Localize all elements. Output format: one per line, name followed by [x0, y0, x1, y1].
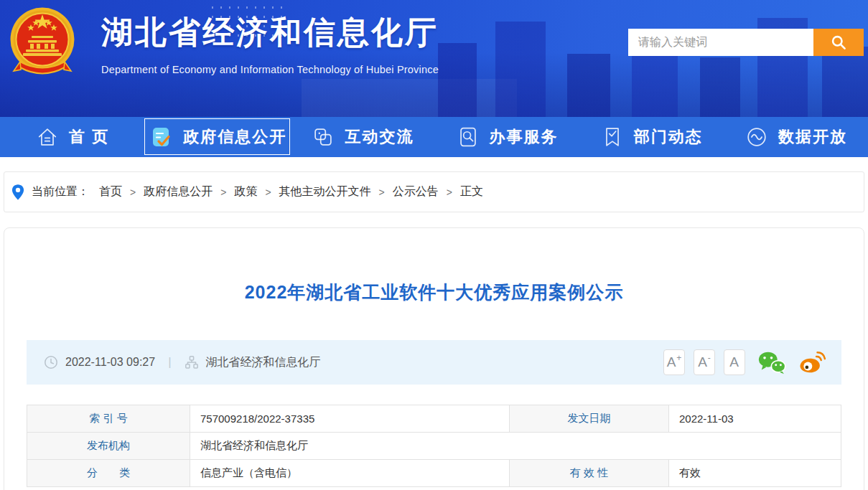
site-header: 湖北省经济和信息化厅 Department of Economy and Inf…	[0, 0, 868, 117]
index-number-label: 索 引 号	[27, 405, 190, 433]
nav-item-label: 办事服务	[490, 126, 559, 148]
breadcrumb-separator: >	[220, 187, 226, 198]
publisher-value: 湖北省经济和信息化厅	[190, 433, 841, 460]
publish-datetime: 2022-11-03 09:27	[65, 356, 155, 369]
breadcrumb-item-announcements[interactable]: 公示公告	[393, 184, 439, 199]
nav-item-gov-info[interactable]: 政府信息公开	[144, 118, 290, 155]
meta-divider: |	[168, 355, 171, 369]
font-reset-button[interactable]: A	[724, 349, 745, 375]
table-row: 分 类 信息产业（含电信） 有 效 性 有效	[27, 460, 841, 487]
document-info-table: 索 引 号 757009218/2022-37335 发文日期 2022-11-…	[27, 405, 841, 487]
nav-item-home[interactable]: 首 页	[0, 117, 144, 157]
font-decrease-button[interactable]: A-	[694, 349, 715, 375]
category-label: 分 类	[27, 460, 190, 487]
search-input[interactable]	[628, 29, 813, 56]
weibo-share-icon[interactable]	[798, 351, 826, 374]
nav-item-news[interactable]: 部门动态	[579, 117, 724, 157]
interaction-icon	[311, 125, 335, 149]
site-subtitle: Department of Economy and Information Te…	[101, 64, 439, 75]
search-button[interactable]	[813, 29, 864, 56]
nav-item-label: 部门动态	[634, 126, 703, 148]
nav-item-label: 首 页	[69, 126, 109, 148]
home-icon	[35, 125, 60, 149]
issue-date-label: 发文日期	[510, 405, 669, 433]
nav-item-services[interactable]: 办事服务	[435, 117, 579, 157]
nav-item-label: 互动交流	[345, 126, 414, 148]
breadcrumb-separator: >	[379, 187, 385, 198]
site-title-block: 湖北省经济和信息化厅 Department of Economy and Inf…	[101, 11, 439, 75]
main-nav: 首 页 政府信息公开 互动交流 办事服务 部门动态	[0, 117, 868, 157]
issue-date-value: 2022-11-03	[669, 405, 841, 433]
nav-item-label: 数据开放	[778, 126, 847, 148]
site-title: 湖北省经济和信息化厅	[101, 11, 439, 54]
validity-label: 有 效 性	[510, 460, 669, 487]
publish-source: 湖北省经济和信息化厅	[206, 355, 321, 370]
breadcrumb-label: 当前位置：	[32, 184, 89, 199]
article-meta-left: 2022-11-03 09:27 | 湖北省经济和信息化厅	[44, 355, 321, 370]
breadcrumb-separator: >	[447, 187, 452, 198]
publisher-label: 发布机构	[27, 433, 190, 460]
nav-item-interaction[interactable]: 互动交流	[290, 117, 434, 157]
breadcrumb-separator: >	[265, 187, 271, 198]
search-icon	[830, 34, 847, 51]
organization-icon	[185, 355, 199, 369]
breadcrumb-item-home[interactable]: 首页	[99, 184, 122, 199]
breadcrumb-item-other-public-docs[interactable]: 其他主动公开文件	[279, 184, 371, 199]
clock-icon	[44, 355, 58, 369]
validity-value: 有效	[669, 460, 841, 487]
data-open-icon	[745, 125, 769, 149]
article-title: 2022年湖北省工业软件十大优秀应用案例公示	[4, 280, 864, 304]
table-row: 发布机构 湖北省经济和信息化厅	[27, 433, 841, 460]
nav-item-data-open[interactable]: 数据开放	[724, 117, 868, 157]
wechat-share-icon[interactable]	[757, 351, 786, 374]
location-pin-icon	[11, 184, 24, 201]
category-value: 信息产业（含电信）	[190, 460, 510, 487]
nav-item-label: 政府信息公开	[183, 126, 286, 148]
breadcrumb-item-current: 正文	[460, 184, 483, 199]
index-number-value: 757009218/2022-37335	[190, 405, 510, 433]
news-icon	[600, 125, 625, 149]
table-row: 索 引 号 757009218/2022-37335 发文日期 2022-11-…	[27, 405, 841, 433]
article-card: 2022年湖北省工业软件十大优秀应用案例公示 2022-11-03 09:27 …	[4, 227, 864, 490]
site-search	[628, 29, 864, 56]
gov-info-icon	[148, 124, 174, 150]
national-emblem	[9, 3, 76, 84]
article-meta-bar: 2022-11-03 09:27 | 湖北省经济和信息化厅 A+ A- A	[27, 340, 841, 385]
services-icon	[456, 125, 480, 149]
breadcrumb-separator: >	[130, 187, 136, 198]
breadcrumb-item-policy[interactable]: 政策	[234, 184, 257, 199]
breadcrumb-item-gov-info[interactable]: 政府信息公开	[144, 184, 213, 199]
article-meta-right: A+ A- A	[655, 349, 826, 375]
font-increase-button[interactable]: A+	[663, 349, 685, 375]
breadcrumb: 当前位置： 首页 > 政府信息公开 > 政策 > 其他主动公开文件 > 公示公告…	[4, 171, 864, 212]
